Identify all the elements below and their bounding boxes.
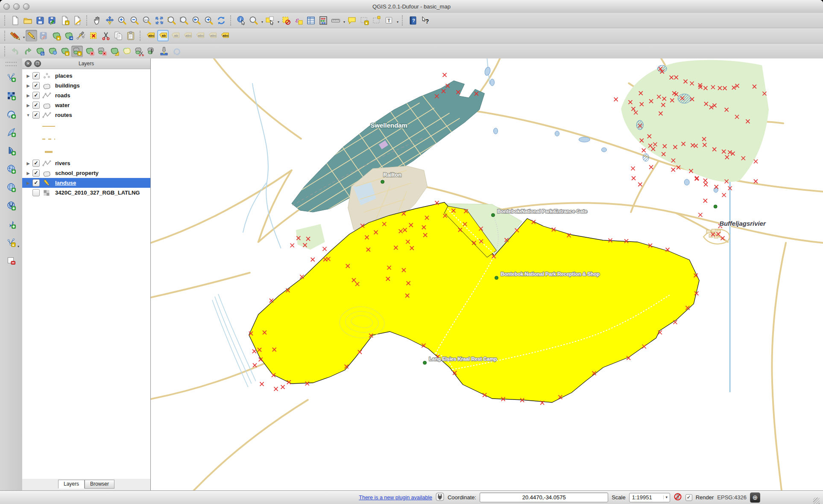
expand-right-icon[interactable]: ▶ <box>25 181 32 185</box>
tab-browser[interactable]: Browser <box>85 480 114 489</box>
add-raster-layer-icon[interactable] <box>4 88 18 103</box>
show-bookmarks-icon[interactable] <box>371 15 382 26</box>
delete-ring-icon[interactable] <box>84 46 95 57</box>
label-layer-icon[interactable]: abc <box>145 30 156 41</box>
offset-curve-icon[interactable] <box>158 46 170 57</box>
layer-visibility-checkbox[interactable]: ✓ <box>32 111 40 119</box>
run-feature-action-icon[interactable] <box>248 15 259 26</box>
map-canvas[interactable]: SwellendamRailtonBontebok National Park … <box>151 58 823 491</box>
merge-features-icon[interactable] <box>146 46 157 57</box>
map-tips-icon[interactable] <box>346 15 357 26</box>
layer-row-school_property[interactable]: ▶✓school_property <box>22 168 150 178</box>
park-polygon-small[interactable] <box>296 224 325 250</box>
paste-features-icon[interactable] <box>125 30 136 41</box>
layer-visibility-checkbox[interactable]: ✓ <box>32 169 40 177</box>
zoom-native-icon[interactable]: 1:1 <box>141 15 152 26</box>
layer-visibility-checkbox[interactable]: ✓ <box>32 82 40 89</box>
plugin-icon[interactable] <box>436 492 444 502</box>
whats-this-icon[interactable]: ? <box>419 15 431 26</box>
move-feature-icon[interactable]: ➜ <box>63 30 74 41</box>
rotate-point-symbols-icon[interactable] <box>170 46 182 57</box>
resize-grip[interactable] <box>813 498 820 504</box>
layer-row-buildings[interactable]: ▶✓buildings <box>22 81 150 90</box>
layer-row-roads[interactable]: ▶✓roads <box>22 90 150 100</box>
expand-right-icon[interactable]: ▶ <box>25 93 32 98</box>
new-shapefile-layer-icon[interactable]: ★ <box>4 235 18 250</box>
zoom-last-icon[interactable] <box>190 15 202 26</box>
identify-features-icon[interactable]: i <box>235 15 247 26</box>
select-features-icon[interactable] <box>264 15 275 26</box>
add-wfs-layer-icon[interactable] <box>4 198 18 213</box>
title-bar[interactable]: QGIS 2.0.1-Dufour - basic_map <box>0 0 823 13</box>
add-wcs-layer-icon[interactable] <box>4 180 18 195</box>
add-postgis-layer-icon[interactable] <box>4 107 18 121</box>
layer-visibility-checkbox[interactable]: ✓ <box>32 92 40 99</box>
layer-visibility-checkbox[interactable]: ✓ <box>32 160 40 167</box>
node-tool-icon[interactable] <box>75 30 87 41</box>
save-project-icon[interactable] <box>34 15 46 26</box>
expand-right-icon[interactable]: ▶ <box>25 171 32 175</box>
open-attribute-table-icon[interactable] <box>305 15 316 26</box>
label-selected-icon[interactable]: ab <box>157 30 169 41</box>
add-wms-layer-icon[interactable] <box>4 162 18 176</box>
split-features-icon[interactable] <box>133 46 145 57</box>
text-annotation-icon[interactable]: T <box>383 15 395 26</box>
add-delimited-text-layer-icon[interactable] <box>4 217 18 231</box>
remove-layer-icon[interactable] <box>4 253 18 268</box>
new-project-icon[interactable] <box>9 15 21 26</box>
redo-icon[interactable] <box>22 46 33 57</box>
zoom-full-icon[interactable] <box>153 15 165 26</box>
measure-icon[interactable] <box>330 15 341 26</box>
zoom-next-icon[interactable] <box>203 15 214 26</box>
scale-combo[interactable]: 1:19951 ▼ <box>629 493 670 502</box>
fill-ring-icon[interactable] <box>108 46 120 57</box>
deselect-features-icon[interactable] <box>280 15 292 26</box>
new-print-composer-icon[interactable]: ★ <box>59 15 70 26</box>
add-mssql-layer-icon[interactable] <box>4 143 18 158</box>
simplify-feature-icon[interactable] <box>47 46 58 57</box>
zoom-out-icon[interactable] <box>129 15 140 26</box>
add-ring-icon[interactable]: ★ <box>59 46 70 57</box>
layer-visibility-checkbox[interactable]: ✓ <box>32 179 40 186</box>
refresh-map-icon[interactable] <box>215 15 227 26</box>
plugin-update-link[interactable]: There is a new plugin available <box>359 495 432 501</box>
zoom-to-layer-icon[interactable] <box>178 15 190 26</box>
render-checkbox[interactable]: ✓ <box>685 494 692 501</box>
open-project-icon[interactable] <box>22 15 33 26</box>
layer-visibility-checkbox[interactable] <box>32 189 40 196</box>
layer-row-landuse[interactable]: ▶✓landuse <box>22 178 150 188</box>
move-label-icon[interactable]: abc <box>194 30 206 41</box>
reshape-features-icon[interactable] <box>121 46 132 57</box>
tab-layers[interactable]: Layers <box>58 480 85 489</box>
delete-part-icon[interactable] <box>96 46 108 57</box>
expand-right-icon[interactable]: ▶ <box>25 161 32 166</box>
pan-to-selection-icon[interactable] <box>104 15 115 26</box>
coordinate-input[interactable] <box>480 492 608 502</box>
help-icon[interactable]: ? <box>407 15 419 26</box>
select-by-expression-icon[interactable]: ε <box>293 15 304 26</box>
rotate-label-icon[interactable]: abc <box>207 30 218 41</box>
rotate-feature-icon[interactable]: ↻ <box>34 46 46 57</box>
pan-map-icon[interactable] <box>91 15 103 26</box>
change-label-icon[interactable]: abc <box>219 30 231 41</box>
expand-right-icon[interactable]: ▶ <box>25 74 32 78</box>
save-project-as-icon[interactable] <box>47 15 58 26</box>
toggle-editing-icon[interactable] <box>26 30 37 41</box>
crs-status-button[interactable]: ⊕ <box>750 492 760 503</box>
show-hidden-labels-icon[interactable]: abc <box>182 30 193 41</box>
composer-manager-icon[interactable] <box>71 15 83 26</box>
new-bookmark-icon[interactable]: ★ <box>358 15 370 26</box>
add-spatialite-layer-icon[interactable] <box>4 125 18 140</box>
expand-right-icon[interactable]: ▶ <box>25 84 32 88</box>
layer-row-3420C_2010_327_RGB_LATLNG[interactable]: 3420C_2010_327_RGB_LATLNG <box>22 188 150 198</box>
layer-row-routes[interactable]: ▼✓routes <box>22 110 150 120</box>
zoom-in-icon[interactable] <box>116 15 128 26</box>
copy-features-icon[interactable] <box>112 30 124 41</box>
undo-icon[interactable] <box>9 46 21 57</box>
layer-visibility-checkbox[interactable]: ✓ <box>32 72 40 79</box>
layer-row-places[interactable]: ▶✓places <box>22 71 150 81</box>
add-vector-layer-icon[interactable] <box>4 70 18 84</box>
layer-visibility-checkbox[interactable]: ✓ <box>32 102 40 109</box>
expand-right-icon[interactable]: ▶ <box>25 103 32 108</box>
save-layer-edits-icon[interactable] <box>38 30 50 41</box>
